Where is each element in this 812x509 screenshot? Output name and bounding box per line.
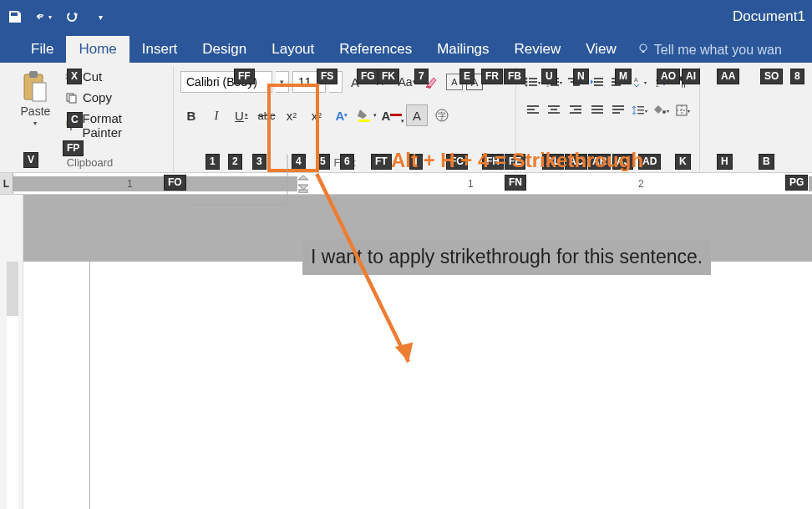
keytip-cut: X: [67, 69, 82, 84]
svg-rect-4: [29, 71, 38, 78]
keytip-bold: 1: [206, 154, 220, 170]
svg-point-15: [525, 81, 528, 84]
borders-icon[interactable]: ▾: [672, 99, 693, 121]
keytip-clear: E: [459, 69, 475, 84]
underline-button[interactable]: U▾: [231, 104, 252, 126]
distribute-icon[interactable]: [609, 99, 629, 121]
keytip-format-painter: FP: [63, 140, 84, 156]
tab-home[interactable]: Home: [66, 36, 129, 63]
undo-icon[interactable]: ▾: [35, 8, 52, 25]
horizontal-ruler[interactable]: L 1 1 2 FO FN PG: [0, 173, 812, 195]
align-center-icon[interactable]: [545, 99, 565, 121]
ribbon-tabs: File Home Insert Design Layout Reference…: [0, 33, 812, 63]
paste-button[interactable]: Paste ▾: [13, 68, 58, 141]
keytip-dec-indent: AO: [657, 69, 680, 84]
lightbulb-icon: [637, 43, 649, 58]
strikethrough-button[interactable]: abc: [256, 104, 277, 126]
tab-view[interactable]: View: [573, 36, 629, 63]
copy-label: Copy: [83, 90, 112, 104]
svg-rect-29: [594, 81, 603, 83]
redo-icon[interactable]: [63, 8, 80, 25]
svg-point-17: [525, 84, 528, 87]
text-effects-icon[interactable]: A▾: [331, 104, 353, 126]
keytip-numbering: N: [573, 69, 589, 84]
vertical-ruler[interactable]: [0, 195, 23, 509]
tab-layout[interactable]: Layout: [259, 36, 327, 63]
keytip-paste: V: [23, 152, 38, 168]
keytip-para-shading: H: [717, 154, 733, 170]
cut-label: Cut: [83, 69, 102, 84]
format-painter-label: Format Painter: [82, 111, 163, 140]
subscript-button[interactable]: x2: [281, 104, 302, 126]
keytip-border: FB: [504, 69, 525, 84]
svg-rect-49: [612, 105, 624, 107]
keytip-asian: AA: [717, 69, 739, 84]
keytip-grow: FG: [357, 69, 379, 84]
copy-button[interactable]: Copy: [61, 89, 166, 106]
tab-file[interactable]: File: [18, 36, 66, 63]
tab-selector[interactable]: L: [0, 173, 13, 195]
indent-marker[interactable]: [297, 175, 307, 183]
keytip-inc-indent: AI: [682, 69, 700, 84]
font-name-dropdown-icon[interactable]: ▾: [276, 71, 289, 93]
quick-access-toolbar: ▾ ▾: [7, 8, 109, 25]
decrease-indent-icon[interactable]: [587, 71, 607, 93]
svg-rect-27: [573, 84, 580, 86]
italic-button[interactable]: I: [206, 104, 227, 126]
svg-rect-30: [594, 84, 603, 86]
bullets-icon[interactable]: ▾: [523, 71, 543, 93]
svg-rect-39: [527, 112, 539, 114]
callout-text: Alt + H + 4 = Strikethrough: [391, 149, 643, 172]
tell-me[interactable]: Tell me what you wan: [629, 38, 790, 63]
keytip-sup: 6: [340, 154, 354, 170]
svg-rect-14: [529, 78, 537, 79]
save-icon[interactable]: [7, 8, 23, 25]
svg-rect-37: [527, 105, 539, 107]
align-left-icon[interactable]: [523, 99, 543, 121]
tab-review[interactable]: Review: [502, 36, 574, 63]
asian-layout-icon[interactable]: A▾: [630, 71, 650, 93]
enclose-characters-icon[interactable]: 字: [431, 104, 453, 126]
font-name-input[interactable]: [180, 71, 272, 93]
tab-insert[interactable]: Insert: [129, 36, 190, 63]
tab-mailings[interactable]: Mailings: [424, 36, 501, 63]
svg-rect-41: [551, 109, 557, 110]
ruler-num-2: 1: [468, 178, 474, 190]
tab-design[interactable]: Design: [190, 36, 259, 63]
svg-rect-59: [299, 190, 307, 193]
customize-qat-icon[interactable]: ▾: [92, 8, 109, 25]
svg-point-0: [68, 13, 76, 21]
align-right-icon[interactable]: [566, 99, 586, 121]
bold-button[interactable]: B: [180, 104, 202, 126]
keytip-spacing: K: [675, 154, 691, 170]
selected-text[interactable]: I want to apply strikethrough for this s…: [302, 239, 711, 275]
character-shading-icon[interactable]: A: [406, 104, 428, 126]
svg-point-1: [640, 44, 647, 51]
tab-references[interactable]: References: [327, 36, 424, 63]
svg-rect-46: [591, 105, 603, 107]
font-color-icon[interactable]: A▾: [381, 104, 403, 126]
keytip-pg: PG: [785, 175, 808, 191]
highlight-icon[interactable]: ▾: [356, 104, 378, 126]
justify-icon[interactable]: [587, 99, 607, 121]
svg-rect-52: [637, 106, 644, 108]
keytip-italic: 2: [228, 154, 242, 170]
svg-rect-54: [637, 113, 644, 115]
keytip-showhide: 8: [790, 69, 804, 84]
line-spacing-icon[interactable]: ▾: [630, 99, 650, 121]
superscript-button[interactable]: x2: [306, 104, 327, 126]
shading-icon[interactable]: ▾: [652, 99, 672, 121]
keytip-bullets: U: [541, 69, 557, 84]
svg-rect-42: [548, 112, 560, 114]
keytip-change-case: 7: [414, 69, 429, 84]
svg-rect-16: [529, 81, 537, 83]
keytip-font-face: FF: [234, 69, 255, 84]
svg-rect-40: [548, 105, 560, 107]
svg-rect-44: [574, 109, 581, 110]
ruler-num-3: 2: [638, 178, 644, 190]
svg-rect-28: [594, 78, 603, 79]
svg-rect-38: [527, 109, 535, 110]
svg-rect-5: [33, 83, 46, 101]
keytip-fo: FO: [164, 175, 186, 191]
keytip-font-size: FS: [317, 69, 337, 84]
